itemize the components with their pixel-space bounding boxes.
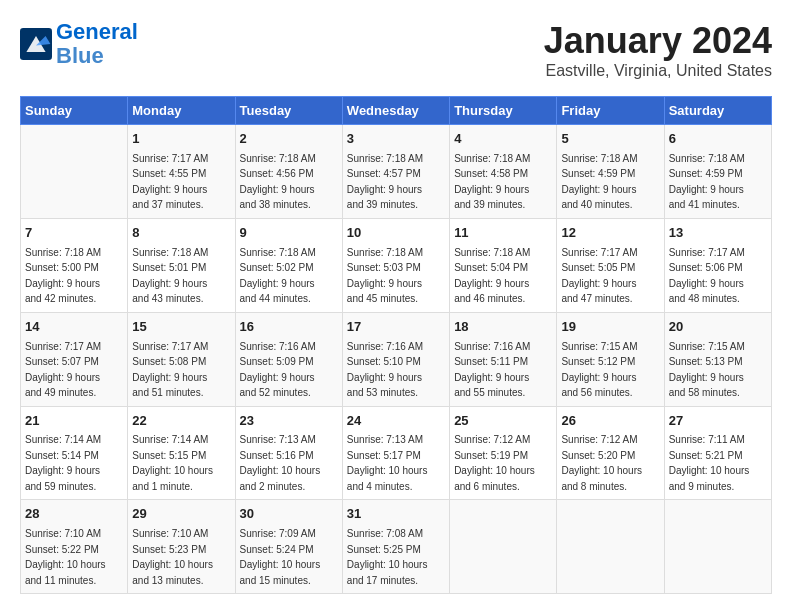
day-info: Sunrise: 7:17 AM Sunset: 5:05 PM Dayligh…	[561, 247, 637, 305]
calendar-cell: 18Sunrise: 7:16 AM Sunset: 5:11 PM Dayli…	[450, 312, 557, 406]
day-number: 6	[669, 130, 767, 149]
calendar-cell: 9Sunrise: 7:18 AM Sunset: 5:02 PM Daylig…	[235, 218, 342, 312]
day-info: Sunrise: 7:15 AM Sunset: 5:12 PM Dayligh…	[561, 341, 637, 399]
day-number: 12	[561, 224, 659, 243]
column-header-monday: Monday	[128, 97, 235, 125]
day-info: Sunrise: 7:11 AM Sunset: 5:21 PM Dayligh…	[669, 434, 750, 492]
day-info: Sunrise: 7:13 AM Sunset: 5:16 PM Dayligh…	[240, 434, 321, 492]
day-info: Sunrise: 7:18 AM Sunset: 4:58 PM Dayligh…	[454, 153, 530, 211]
day-number: 5	[561, 130, 659, 149]
subtitle: Eastville, Virginia, United States	[544, 62, 772, 80]
day-number: 2	[240, 130, 338, 149]
day-info: Sunrise: 7:18 AM Sunset: 5:02 PM Dayligh…	[240, 247, 316, 305]
calendar-cell	[664, 500, 771, 594]
day-number: 23	[240, 412, 338, 431]
day-number: 14	[25, 318, 123, 337]
day-number: 7	[25, 224, 123, 243]
calendar-cell: 8Sunrise: 7:18 AM Sunset: 5:01 PM Daylig…	[128, 218, 235, 312]
column-header-wednesday: Wednesday	[342, 97, 449, 125]
calendar-table: SundayMondayTuesdayWednesdayThursdayFrid…	[20, 96, 772, 594]
week-row-1: 1Sunrise: 7:17 AM Sunset: 4:55 PM Daylig…	[21, 125, 772, 219]
day-info: Sunrise: 7:18 AM Sunset: 4:59 PM Dayligh…	[669, 153, 745, 211]
day-number: 16	[240, 318, 338, 337]
calendar-cell: 17Sunrise: 7:16 AM Sunset: 5:10 PM Dayli…	[342, 312, 449, 406]
day-number: 19	[561, 318, 659, 337]
day-number: 25	[454, 412, 552, 431]
calendar-cell: 22Sunrise: 7:14 AM Sunset: 5:15 PM Dayli…	[128, 406, 235, 500]
calendar-cell: 25Sunrise: 7:12 AM Sunset: 5:19 PM Dayli…	[450, 406, 557, 500]
day-info: Sunrise: 7:18 AM Sunset: 4:59 PM Dayligh…	[561, 153, 637, 211]
calendar-cell	[450, 500, 557, 594]
day-number: 11	[454, 224, 552, 243]
week-row-4: 21Sunrise: 7:14 AM Sunset: 5:14 PM Dayli…	[21, 406, 772, 500]
day-info: Sunrise: 7:18 AM Sunset: 4:56 PM Dayligh…	[240, 153, 316, 211]
calendar-cell: 6Sunrise: 7:18 AM Sunset: 4:59 PM Daylig…	[664, 125, 771, 219]
column-header-tuesday: Tuesday	[235, 97, 342, 125]
day-info: Sunrise: 7:12 AM Sunset: 5:20 PM Dayligh…	[561, 434, 642, 492]
day-info: Sunrise: 7:17 AM Sunset: 5:06 PM Dayligh…	[669, 247, 745, 305]
day-number: 21	[25, 412, 123, 431]
calendar-cell: 31Sunrise: 7:08 AM Sunset: 5:25 PM Dayli…	[342, 500, 449, 594]
day-info: Sunrise: 7:18 AM Sunset: 4:57 PM Dayligh…	[347, 153, 423, 211]
day-info: Sunrise: 7:18 AM Sunset: 5:04 PM Dayligh…	[454, 247, 530, 305]
calendar-cell: 24Sunrise: 7:13 AM Sunset: 5:17 PM Dayli…	[342, 406, 449, 500]
calendar-cell: 16Sunrise: 7:16 AM Sunset: 5:09 PM Dayli…	[235, 312, 342, 406]
calendar-cell: 15Sunrise: 7:17 AM Sunset: 5:08 PM Dayli…	[128, 312, 235, 406]
title-block: January 2024 Eastville, Virginia, United…	[544, 20, 772, 80]
calendar-cell: 29Sunrise: 7:10 AM Sunset: 5:23 PM Dayli…	[128, 500, 235, 594]
calendar-cell: 21Sunrise: 7:14 AM Sunset: 5:14 PM Dayli…	[21, 406, 128, 500]
calendar-cell: 1Sunrise: 7:17 AM Sunset: 4:55 PM Daylig…	[128, 125, 235, 219]
calendar-cell: 23Sunrise: 7:13 AM Sunset: 5:16 PM Dayli…	[235, 406, 342, 500]
calendar-cell: 13Sunrise: 7:17 AM Sunset: 5:06 PM Dayli…	[664, 218, 771, 312]
day-info: Sunrise: 7:10 AM Sunset: 5:22 PM Dayligh…	[25, 528, 106, 586]
day-number: 4	[454, 130, 552, 149]
day-number: 8	[132, 224, 230, 243]
day-info: Sunrise: 7:09 AM Sunset: 5:24 PM Dayligh…	[240, 528, 321, 586]
day-info: Sunrise: 7:16 AM Sunset: 5:11 PM Dayligh…	[454, 341, 530, 399]
day-info: Sunrise: 7:18 AM Sunset: 5:01 PM Dayligh…	[132, 247, 208, 305]
day-info: Sunrise: 7:08 AM Sunset: 5:25 PM Dayligh…	[347, 528, 428, 586]
logo-text: General Blue	[56, 20, 138, 68]
page-header: General Blue January 2024 Eastville, Vir…	[20, 20, 772, 80]
calendar-cell	[557, 500, 664, 594]
day-number: 26	[561, 412, 659, 431]
calendar-cell: 12Sunrise: 7:17 AM Sunset: 5:05 PM Dayli…	[557, 218, 664, 312]
day-info: Sunrise: 7:14 AM Sunset: 5:15 PM Dayligh…	[132, 434, 213, 492]
calendar-cell: 10Sunrise: 7:18 AM Sunset: 5:03 PM Dayli…	[342, 218, 449, 312]
calendar-cell: 28Sunrise: 7:10 AM Sunset: 5:22 PM Dayli…	[21, 500, 128, 594]
day-info: Sunrise: 7:16 AM Sunset: 5:09 PM Dayligh…	[240, 341, 316, 399]
week-row-3: 14Sunrise: 7:17 AM Sunset: 5:07 PM Dayli…	[21, 312, 772, 406]
column-header-friday: Friday	[557, 97, 664, 125]
calendar-cell: 5Sunrise: 7:18 AM Sunset: 4:59 PM Daylig…	[557, 125, 664, 219]
day-info: Sunrise: 7:18 AM Sunset: 5:03 PM Dayligh…	[347, 247, 423, 305]
day-info: Sunrise: 7:17 AM Sunset: 5:07 PM Dayligh…	[25, 341, 101, 399]
column-header-row: SundayMondayTuesdayWednesdayThursdayFrid…	[21, 97, 772, 125]
calendar-body: 1Sunrise: 7:17 AM Sunset: 4:55 PM Daylig…	[21, 125, 772, 594]
column-header-sunday: Sunday	[21, 97, 128, 125]
day-info: Sunrise: 7:17 AM Sunset: 4:55 PM Dayligh…	[132, 153, 208, 211]
logo-icon	[20, 28, 52, 60]
day-info: Sunrise: 7:16 AM Sunset: 5:10 PM Dayligh…	[347, 341, 423, 399]
calendar-cell: 20Sunrise: 7:15 AM Sunset: 5:13 PM Dayli…	[664, 312, 771, 406]
column-header-thursday: Thursday	[450, 97, 557, 125]
day-number: 18	[454, 318, 552, 337]
calendar-cell: 14Sunrise: 7:17 AM Sunset: 5:07 PM Dayli…	[21, 312, 128, 406]
day-number: 3	[347, 130, 445, 149]
day-info: Sunrise: 7:10 AM Sunset: 5:23 PM Dayligh…	[132, 528, 213, 586]
day-info: Sunrise: 7:17 AM Sunset: 5:08 PM Dayligh…	[132, 341, 208, 399]
day-number: 10	[347, 224, 445, 243]
day-info: Sunrise: 7:14 AM Sunset: 5:14 PM Dayligh…	[25, 434, 101, 492]
calendar-cell: 3Sunrise: 7:18 AM Sunset: 4:57 PM Daylig…	[342, 125, 449, 219]
day-number: 27	[669, 412, 767, 431]
week-row-5: 28Sunrise: 7:10 AM Sunset: 5:22 PM Dayli…	[21, 500, 772, 594]
logo: General Blue	[20, 20, 138, 68]
day-number: 17	[347, 318, 445, 337]
calendar-cell: 30Sunrise: 7:09 AM Sunset: 5:24 PM Dayli…	[235, 500, 342, 594]
day-info: Sunrise: 7:15 AM Sunset: 5:13 PM Dayligh…	[669, 341, 745, 399]
day-number: 9	[240, 224, 338, 243]
day-number: 29	[132, 505, 230, 524]
day-info: Sunrise: 7:12 AM Sunset: 5:19 PM Dayligh…	[454, 434, 535, 492]
day-number: 15	[132, 318, 230, 337]
day-number: 13	[669, 224, 767, 243]
main-title: January 2024	[544, 20, 772, 62]
